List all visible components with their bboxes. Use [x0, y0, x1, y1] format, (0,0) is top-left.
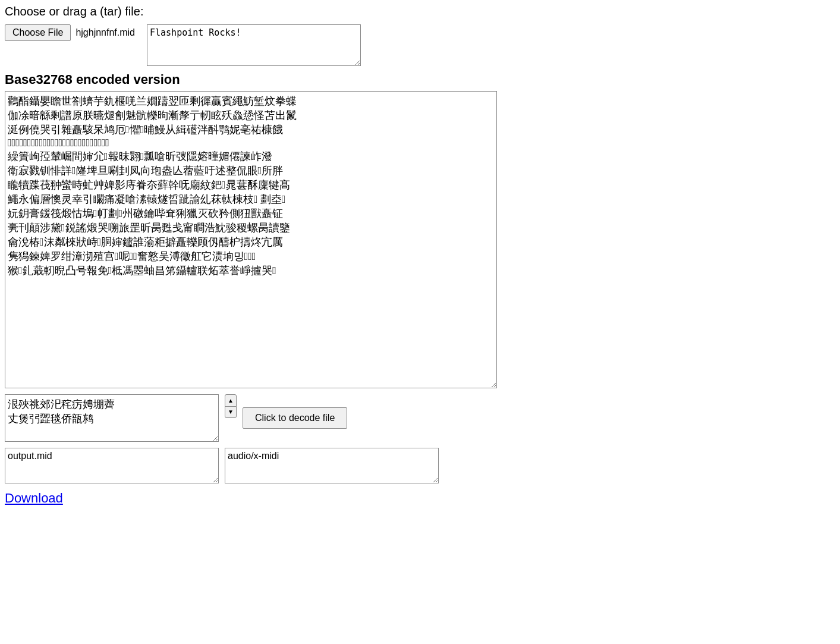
download-link[interactable]: Download — [5, 491, 63, 505]
output-mimetype-textarea[interactable] — [225, 448, 439, 483]
small-encoded-textarea[interactable] — [5, 394, 219, 442]
encoded-content-textarea[interactable] — [5, 91, 497, 388]
spinner-up-icon[interactable]: ▲ — [225, 395, 236, 407]
instruction-text: Choose or drag a (tar) file: — [5, 5, 835, 18]
output-filename-textarea[interactable] — [5, 448, 219, 483]
choose-file-button[interactable]: Choose File — [5, 24, 71, 41]
flashpoint-textarea[interactable] — [147, 24, 361, 66]
decode-button[interactable]: Click to decode file — [243, 407, 347, 429]
file-name-label: hjghjnnfnf.mid — [75, 27, 135, 38]
section-title: Base32768 encoded version — [5, 72, 835, 87]
spinner-down-icon[interactable]: ▼ — [225, 407, 236, 418]
spinner-control[interactable]: ▲ ▼ — [225, 394, 237, 418]
